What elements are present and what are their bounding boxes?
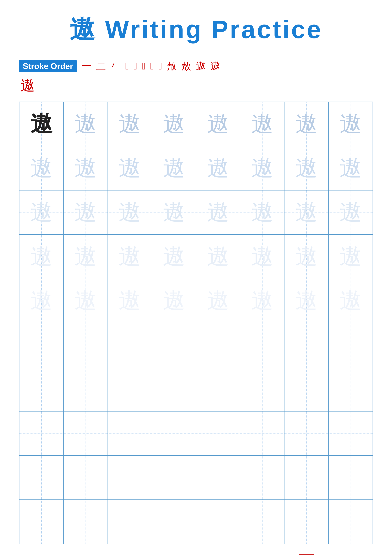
grid-cell-r1c6: 遨 <box>240 102 284 146</box>
grid-cell-r6c1 <box>19 323 64 367</box>
grid-cell-r4c6: 遨 <box>240 234 284 279</box>
stroke-step-11: 遨 <box>196 59 206 73</box>
grid-cell-r1c3: 遨 <box>108 102 152 146</box>
grid-cell-r7c3 <box>108 367 152 411</box>
page: 遨 Writing Practice Stroke Order 一 二 𠂉 𡊄 … <box>0 0 392 555</box>
grid-cell-r10c4 <box>152 500 196 544</box>
grid-cell-r7c5 <box>196 367 240 411</box>
grid-cell-r3c3: 遨 <box>108 190 152 234</box>
grid-cell-r3c4: 遨 <box>152 190 196 234</box>
grid-cell-r5c5: 遨 <box>196 279 240 323</box>
grid-cell-r7c4 <box>152 367 196 411</box>
stroke-step-12: 遨 <box>210 59 220 73</box>
stroke-step-4: 𡊄 <box>125 61 129 72</box>
grid-cell-r2c4: 遨 <box>152 146 196 190</box>
footer-brand: 字 StrokeOrder <box>299 554 373 555</box>
grid-cell-r2c5: 遨 <box>196 146 240 190</box>
grid-cell-r6c3 <box>108 323 152 367</box>
grid-cell-r5c6: 遨 <box>240 279 284 323</box>
grid-cell-r5c8: 遨 <box>328 279 373 323</box>
grid-cell-r9c7 <box>284 455 328 500</box>
grid-cell-r9c6 <box>240 455 284 500</box>
footer: https://www.strokeorder.com/chinese/遨 字 … <box>19 554 373 555</box>
grid-cell-r8c3 <box>108 411 152 455</box>
grid-cell-r8c6 <box>240 411 284 455</box>
grid-cell-r4c4: 遨 <box>152 234 196 279</box>
page-title: 遨 Writing Practice <box>70 13 323 47</box>
grid-cell-r10c3 <box>108 500 152 544</box>
grid-cell-r10c5 <box>196 500 240 544</box>
grid-cell-r8c1 <box>19 411 64 455</box>
grid-cell-r3c5: 遨 <box>196 190 240 234</box>
grid-cell-r10c1 <box>19 500 64 544</box>
grid-cell-r7c8 <box>328 367 373 411</box>
grid-cell-r3c2: 遨 <box>64 190 107 234</box>
grid-cell-r6c2 <box>64 323 107 367</box>
grid-cell-r6c4 <box>152 323 196 367</box>
grid-cell-r6c7 <box>284 323 328 367</box>
grid-cell-r9c3 <box>108 455 152 500</box>
grid-cell-r8c4 <box>152 411 196 455</box>
stroke-step-8: 𡊈 <box>159 61 162 72</box>
brand-icon: 字 <box>299 554 314 555</box>
practice-grid: 遨 遨 遨 遨 遨 遨 遨 遨 遨 遨 遨 遨 遨 遨 遨 遨 遨 遨 遨 遨 … <box>19 102 373 544</box>
grid-cell-r5c1: 遨 <box>19 279 64 323</box>
grid-cell-r1c1: 遨 <box>19 102 64 146</box>
stroke-step-6: 𡊆 <box>142 61 145 72</box>
grid-cell-r6c5 <box>196 323 240 367</box>
grid-cell-r9c4 <box>152 455 196 500</box>
grid-cell-r6c8 <box>328 323 373 367</box>
grid-cell-r3c7: 遨 <box>284 190 328 234</box>
grid-cell-r5c4: 遨 <box>152 279 196 323</box>
grid-cell-r3c6: 遨 <box>240 190 284 234</box>
grid-cell-r10c6 <box>240 500 284 544</box>
grid-cell-r2c6: 遨 <box>240 146 284 190</box>
stroke-step-9: 敖 <box>167 59 177 73</box>
grid-cell-r1c7: 遨 <box>284 102 328 146</box>
stroke-step-10: 敖 <box>181 59 191 73</box>
grid-cell-r2c1: 遨 <box>19 146 64 190</box>
stroke-steps: 一 二 𠂉 𡊄 𡊅 𡊆 𡊇 𡊈 敖 敖 遨 遨 <box>82 59 220 73</box>
grid-cell-r9c5 <box>196 455 240 500</box>
grid-cell-r4c7: 遨 <box>284 234 328 279</box>
stroke-order-row: Stroke Order 一 二 𠂉 𡊄 𡊅 𡊆 𡊇 𡊈 敖 敖 遨 遨 <box>19 59 220 73</box>
grid-cell-r9c2 <box>64 455 107 500</box>
grid-cell-r10c8 <box>328 500 373 544</box>
stroke-order-badge: Stroke Order <box>19 60 77 72</box>
grid-cell-r2c3: 遨 <box>108 146 152 190</box>
grid-cell-r4c2: 遨 <box>64 234 107 279</box>
stroke-step-1: 一 <box>82 59 91 73</box>
stroke-step-3: 𠂉 <box>111 61 121 72</box>
stroke-step-5: 𡊅 <box>134 61 137 72</box>
grid-cell-r4c1: 遨 <box>19 234 64 279</box>
grid-cell-r4c5: 遨 <box>196 234 240 279</box>
grid-cell-r8c8 <box>328 411 373 455</box>
grid-cell-r6c6 <box>240 323 284 367</box>
grid-cell-r2c7: 遨 <box>284 146 328 190</box>
grid-cell-r1c4: 遨 <box>152 102 196 146</box>
grid-cell-r10c7 <box>284 500 328 544</box>
grid-cell-r7c7 <box>284 367 328 411</box>
grid-cell-r5c7: 遨 <box>284 279 328 323</box>
grid-cell-r9c8 <box>328 455 373 500</box>
stroke-step-7: 𡊇 <box>150 61 154 72</box>
grid-cell-r3c8: 遨 <box>328 190 373 234</box>
grid-cell-r4c3: 遨 <box>108 234 152 279</box>
stroke-step-2: 二 <box>96 59 106 73</box>
grid-cell-r1c2: 遨 <box>64 102 107 146</box>
stroke-final-char: 遨 <box>21 76 35 95</box>
grid-cell-r7c1 <box>19 367 64 411</box>
grid-cell-r1c5: 遨 <box>196 102 240 146</box>
grid-cell-r9c1 <box>19 455 64 500</box>
grid-cell-r8c2 <box>64 411 107 455</box>
grid-cell-r4c8: 遨 <box>328 234 373 279</box>
grid-cell-r5c3: 遨 <box>108 279 152 323</box>
grid-cell-r7c6 <box>240 367 284 411</box>
grid-cell-r10c2 <box>64 500 107 544</box>
grid-cell-r2c2: 遨 <box>64 146 107 190</box>
grid-cell-r8c7 <box>284 411 328 455</box>
grid-cell-r8c5 <box>196 411 240 455</box>
grid-cell-r1c8: 遨 <box>328 102 373 146</box>
grid-cell-r5c2: 遨 <box>64 279 107 323</box>
stroke-order-section: Stroke Order 一 二 𠂉 𡊄 𡊅 𡊆 𡊇 𡊈 敖 敖 遨 遨 遨 <box>19 59 373 95</box>
